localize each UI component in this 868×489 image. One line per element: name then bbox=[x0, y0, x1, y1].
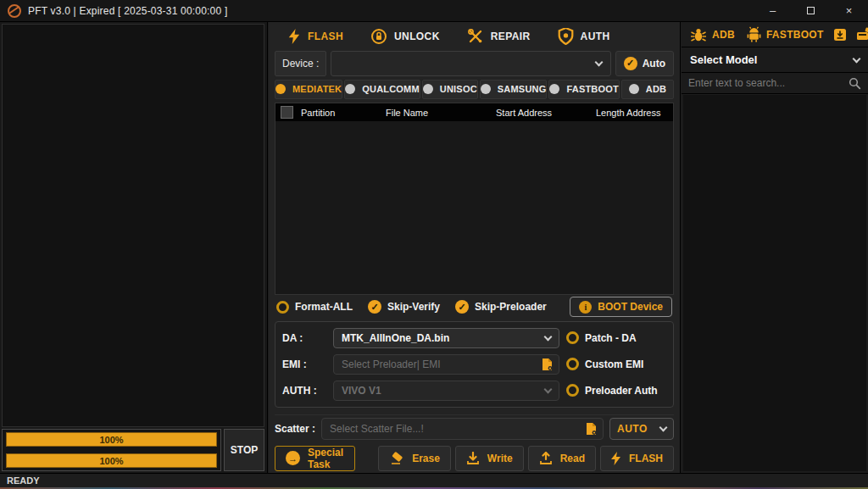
read-label: Read bbox=[560, 453, 585, 464]
patch-da-radio[interactable]: Patch - DA bbox=[566, 331, 666, 344]
erase-button[interactable]: Erase bbox=[378, 446, 451, 471]
bug-icon bbox=[690, 27, 707, 42]
platform-mediatek[interactable]: MEDIATEK bbox=[275, 80, 342, 99]
tab-repair[interactable]: REPAIR bbox=[457, 25, 541, 47]
app-window: PFT v3.0 | Expired [ 2025-03-31 00:00:00… bbox=[0, 0, 868, 489]
platform-fastboot-label: FASTBOOT bbox=[566, 84, 619, 94]
radio-icon bbox=[345, 84, 355, 94]
search-icon bbox=[849, 77, 861, 90]
tab-adb-label: ADB bbox=[712, 29, 735, 41]
select-model-dropdown[interactable]: Select Model bbox=[682, 47, 868, 73]
window-title: PFT v3.0 | Expired [ 2025-03-31 00:00:00… bbox=[28, 5, 227, 17]
auth-select[interactable]: VIVO V1 bbox=[333, 381, 559, 401]
write-button[interactable]: Write bbox=[455, 446, 524, 471]
right-toolbar: ADB FASTBOOT bbox=[682, 22, 868, 47]
flash-panel: FLASH UNLOCK bbox=[269, 22, 681, 473]
emi-file-input[interactable] bbox=[342, 358, 541, 370]
tab-fastboot[interactable]: FASTBOOT bbox=[743, 26, 827, 42]
log-output-area bbox=[2, 24, 264, 427]
radio-unchecked-icon bbox=[566, 358, 579, 370]
column-partition: Partition bbox=[301, 108, 386, 118]
platform-samsung-label: SAMSUNG bbox=[498, 84, 547, 94]
platform-fastboot[interactable]: FASTBOOT bbox=[548, 80, 620, 99]
emi-row: EMI : Custom EMI bbox=[282, 354, 666, 375]
platform-unisoc-label: UNISOC bbox=[440, 84, 477, 94]
special-task-label: Special Task bbox=[308, 447, 344, 470]
checked-circle-icon bbox=[368, 300, 381, 314]
radio-icon bbox=[423, 84, 433, 94]
auth-value: VIVO V1 bbox=[342, 385, 381, 397]
da-file-select[interactable]: MTK_AllInOne_DA.bin bbox=[333, 328, 559, 348]
read-button[interactable]: Read bbox=[528, 446, 596, 471]
custom-emi-radio[interactable]: Custom EMI bbox=[566, 358, 666, 370]
radio-unchecked-icon bbox=[276, 301, 289, 314]
scatter-file-input-wrap bbox=[321, 418, 604, 440]
progress-bars-box: 100% 100% bbox=[2, 429, 221, 471]
auth-row: AUTH : VIVO V1 Preloader Auth bbox=[282, 381, 666, 401]
checked-circle-icon bbox=[455, 300, 469, 314]
model-panel: ADB FASTBOOT bbox=[682, 22, 868, 473]
checked-circle-icon bbox=[624, 57, 637, 70]
platform-qualcomm[interactable]: QUALCOMM bbox=[344, 80, 420, 99]
skip-verify-label: Skip-Verify bbox=[387, 301, 440, 313]
platform-qualcomm-label: QUALCOMM bbox=[362, 84, 420, 94]
browse-file-icon[interactable] bbox=[541, 358, 554, 371]
preloader-auth-radio[interactable]: Preloader Auth bbox=[566, 384, 666, 397]
radio-icon bbox=[481, 84, 491, 94]
upload-tray-icon bbox=[539, 452, 553, 465]
radio-selected-icon bbox=[275, 84, 286, 94]
stop-button[interactable]: STOP bbox=[224, 429, 264, 471]
special-task-button[interactable]: Special Task bbox=[275, 446, 355, 471]
emi-label: EMI : bbox=[282, 358, 326, 370]
close-button[interactable]: × bbox=[830, 0, 868, 21]
lock-circle-icon bbox=[370, 28, 387, 45]
status-text: READY bbox=[7, 475, 40, 486]
model-list-area[interactable] bbox=[683, 95, 866, 471]
model-search-input[interactable] bbox=[688, 77, 849, 89]
platform-adb[interactable]: ADB bbox=[621, 80, 674, 99]
partition-table: Partition File Name Start Address Length… bbox=[275, 103, 674, 295]
tab-auth[interactable]: AUTH bbox=[548, 25, 620, 47]
flash-mode-value: AUTO bbox=[617, 423, 648, 435]
platform-mediatek-label: MEDIATEK bbox=[292, 84, 342, 94]
scatter-file-input[interactable] bbox=[330, 423, 585, 435]
shield-icon bbox=[558, 28, 574, 45]
scatter-label: Scatter : bbox=[275, 423, 315, 435]
tab-adb[interactable]: ADB bbox=[687, 27, 738, 42]
da-file-value: MTK_AllInOne_DA.bin bbox=[342, 332, 449, 344]
tool-card-icon[interactable] bbox=[856, 27, 868, 42]
eraser-icon bbox=[389, 452, 404, 465]
flash-mode-select[interactable]: AUTO bbox=[609, 418, 674, 440]
flash-button[interactable]: FLASH bbox=[600, 446, 674, 471]
partition-table-body[interactable] bbox=[275, 121, 673, 294]
select-all-checkbox[interactable] bbox=[281, 106, 293, 119]
save-install-icon[interactable] bbox=[832, 27, 848, 42]
option-format-all[interactable]: Format-ALL bbox=[276, 301, 353, 314]
da-settings-group: DA : MTK_AllInOne_DA.bin Patch - DA EMI … bbox=[275, 321, 674, 408]
maximize-button[interactable] bbox=[792, 0, 830, 21]
column-length-address: Length Address bbox=[596, 108, 673, 118]
auto-detect-toggle[interactable]: Auto bbox=[615, 51, 674, 75]
progress-zone: 100% 100% STOP bbox=[2, 429, 264, 471]
option-skip-verify[interactable]: Skip-Verify bbox=[368, 300, 440, 314]
tab-auth-label: AUTH bbox=[581, 31, 610, 42]
mode-toolbar: FLASH UNLOCK bbox=[275, 24, 674, 48]
skip-preloader-label: Skip-Preloader bbox=[475, 301, 547, 313]
platform-samsung[interactable]: SAMSUNG bbox=[480, 80, 548, 99]
browse-file-icon[interactable] bbox=[585, 422, 598, 436]
minimize-button[interactable]: – bbox=[754, 0, 792, 21]
scatter-row: Scatter : AUTO bbox=[275, 414, 674, 438]
write-label: Write bbox=[487, 453, 513, 464]
model-search-row bbox=[682, 73, 868, 94]
column-file-name: File Name bbox=[386, 108, 496, 118]
select-model-label: Select Model bbox=[690, 53, 757, 66]
tab-flash[interactable]: FLASH bbox=[278, 25, 353, 47]
device-select[interactable] bbox=[331, 51, 610, 75]
option-skip-preloader[interactable]: Skip-Preloader bbox=[455, 300, 547, 314]
radio-unchecked-icon bbox=[566, 384, 579, 397]
status-bar: READY bbox=[0, 473, 868, 487]
tab-unlock[interactable]: UNLOCK bbox=[360, 25, 450, 47]
tab-flash-label: FLASH bbox=[308, 31, 343, 42]
platform-unisoc[interactable]: UNISOC bbox=[422, 80, 478, 99]
boot-device-button[interactable]: BOOT Device bbox=[570, 297, 672, 317]
